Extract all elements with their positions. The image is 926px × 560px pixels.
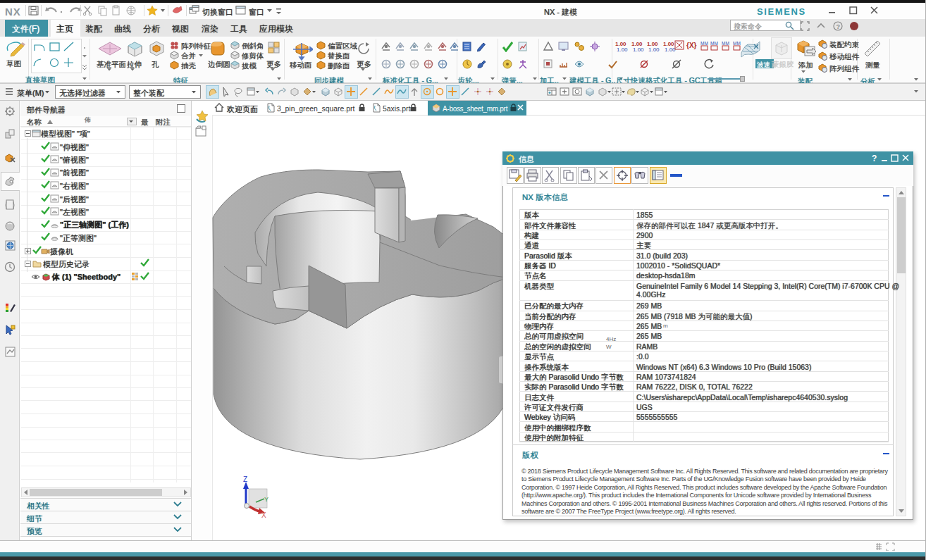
svg-text:?: ? <box>837 23 841 30</box>
svg-text:1.00: 1.00 <box>617 46 628 53</box>
svg-text:MM: MM <box>700 41 708 46</box>
svg-text:MM: MM <box>722 41 729 46</box>
svg-text:1.00: 1.00 <box>648 46 660 53</box>
svg-text:Z: Z <box>243 475 247 483</box>
svg-text:{X}: {X} <box>686 42 697 49</box>
svg-text:X: X <box>261 511 266 519</box>
svg-text:Y: Y <box>264 496 268 503</box>
svg-text:?: ? <box>872 154 877 163</box>
svg-text:1.00: 1.00 <box>633 46 644 53</box>
svg-text:MM: MM <box>710 41 718 46</box>
